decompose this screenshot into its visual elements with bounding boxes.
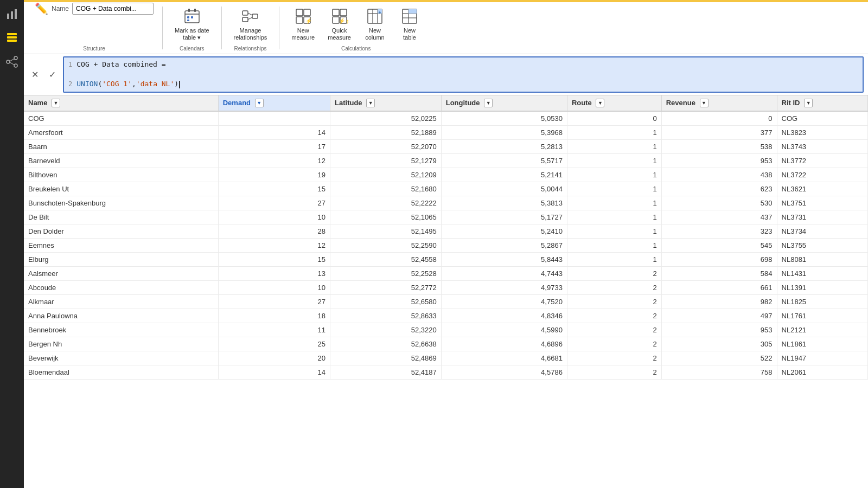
name-input[interactable] — [72, 3, 154, 15]
formula-kw-union: UNION — [76, 80, 98, 88]
svg-rect-5 — [7, 40, 17, 42]
table-row: Abcoude1052,27724,97332661NL1391 — [24, 281, 868, 295]
table-cell-latitude: 52,1889 — [330, 126, 442, 140]
sidebar-icon-model[interactable] — [2, 52, 22, 72]
svg-rect-3 — [7, 33, 17, 35]
table-row: Anna Paulowna1852,86334,83462497NL1761 — [24, 309, 868, 323]
table-cell-latitude: 52,4869 — [330, 351, 442, 365]
quick-measure-button[interactable]: ⚡⚡ Quickmeasure — [322, 4, 356, 44]
svg-line-10 — [10, 62, 14, 65]
svg-line-22 — [248, 17, 252, 20]
table-cell-longitude: 4,8346 — [441, 309, 567, 323]
svg-point-8 — [14, 64, 17, 67]
col-filter-rit-id[interactable]: ▼ — [804, 99, 813, 107]
table-cell-route: 1 — [567, 224, 661, 239]
table-cell-latitude: 52,6638 — [330, 337, 442, 351]
table-cell-revenue: 698 — [661, 253, 777, 267]
table-cell-rit_id: NL3731 — [777, 210, 867, 224]
table-cell-demand: 15 — [218, 182, 330, 196]
table-cell-revenue: 661 — [661, 281, 777, 295]
col-filter-revenue[interactable]: ▼ — [700, 99, 709, 107]
table-cell-demand: 20 — [218, 351, 330, 365]
table-cell-revenue: 497 — [661, 309, 777, 323]
table-cell-name: Den Dolder — [24, 224, 218, 239]
new-column-button[interactable]: + Newcolumn — [359, 4, 391, 44]
table-cell-route: 2 — [567, 267, 661, 281]
table-cell-name: Bunschoten-Spakenburg — [24, 196, 218, 210]
table-cell-demand: 14 — [218, 126, 330, 140]
table-cell-rit_id: NL3734 — [777, 224, 867, 239]
svg-rect-2 — [15, 9, 17, 19]
col-filter-demand[interactable]: ▼ — [255, 99, 264, 107]
svg-rect-25 — [296, 17, 303, 23]
formula-str-cog: 'COG 1' — [102, 80, 132, 88]
new-measure-label: Newmeasure — [291, 27, 315, 41]
table-cell-route: 1 — [567, 140, 661, 154]
table-cell-demand: 15 — [218, 253, 330, 267]
table-cell-rit_id: NL3772 — [777, 154, 867, 168]
col-filter-name[interactable]: ▼ — [52, 99, 60, 107]
svg-rect-0 — [7, 14, 9, 19]
table-cell-latitude: 52,2528 — [330, 267, 442, 281]
formula-cancel-button[interactable]: ✕ — [28, 68, 41, 81]
ribbon: ✏️ Name Structure — [24, 0, 868, 54]
svg-rect-17 — [187, 20, 189, 21]
manage-relationships-button[interactable]: Managerelationships — [228, 4, 273, 44]
table-cell-route: 1 — [567, 253, 661, 267]
table-cell-rit_id: NL1761 — [777, 309, 867, 323]
table-cell-longitude: 4,5990 — [441, 323, 567, 337]
formula-line1-text: COG + Data combined = — [76, 60, 165, 68]
col-header-route: Route ▼ — [567, 95, 661, 112]
table-cell-name: Baarn — [24, 140, 218, 154]
table-cell-latitude: 52,0225 — [330, 111, 442, 126]
sidebar-icon-report[interactable] — [2, 4, 22, 24]
name-icon: ✏️ — [35, 2, 48, 15]
table-row: Elburg1552,45585,84431698NL8081 — [24, 253, 868, 267]
table-cell-longitude: 5,3813 — [441, 196, 567, 210]
col-header-rit-id: Rit ID ▼ — [777, 95, 867, 112]
col-filter-longitude[interactable]: ▼ — [484, 99, 493, 107]
table-cell-longitude: 4,9733 — [441, 281, 567, 295]
table-cell-longitude: 5,0530 — [441, 111, 567, 126]
svg-rect-13 — [188, 9, 190, 12]
new-table-button[interactable]: Newtable — [393, 4, 426, 44]
table-cell-rit_id: NL3743 — [777, 140, 867, 154]
table-row: Breukelen Ut1552,16805,00441623NL3621 — [24, 182, 868, 196]
table-cell-demand: 17 — [218, 140, 330, 154]
table-row: COG52,02255,053000COG — [24, 111, 868, 126]
table-cell-latitude: 52,3220 — [330, 323, 442, 337]
table-cell-rit_id: NL1431 — [777, 267, 867, 281]
table-cell-longitude: 4,6896 — [441, 337, 567, 351]
table-cell-rit_id: NL8081 — [777, 253, 867, 267]
table-cell-route: 2 — [567, 323, 661, 337]
table-cell-route: 1 — [567, 196, 661, 210]
table-cell-latitude: 52,1680 — [330, 182, 442, 196]
table-row: Bilthoven1952,12095,21411438NL3722 — [24, 168, 868, 182]
table-cell-route: 1 — [567, 210, 661, 224]
col-filter-route[interactable]: ▼ — [596, 99, 604, 107]
table-cell-demand: 27 — [218, 196, 330, 210]
table-cell-rit_id: NL1825 — [777, 295, 867, 309]
svg-rect-16 — [191, 16, 193, 18]
table-cell-rit_id: NL3755 — [777, 239, 867, 253]
table-cell-latitude: 52,2070 — [330, 140, 442, 154]
formula-confirm-button[interactable]: ✓ — [46, 68, 59, 81]
col-filter-latitude[interactable]: ▼ — [366, 99, 375, 107]
mark-date-table-button[interactable]: Mark as datetable ▾ — [169, 4, 215, 44]
svg-rect-14 — [194, 9, 196, 12]
formula-bar: ✕ ✓ 1COG + Data combined = 2UNION('COG 1… — [24, 54, 868, 95]
table-cell-rit_id: COG — [777, 111, 867, 126]
table-cell-rit_id: NL3722 — [777, 168, 867, 182]
table-cell-revenue: 305 — [661, 337, 777, 351]
formula-editor[interactable]: 1COG + Data combined = 2UNION('COG 1','d… — [63, 56, 864, 93]
sidebar-icon-data[interactable] — [2, 28, 22, 48]
col-header-name: Name ▼ — [24, 95, 218, 112]
table-cell-route: 2 — [567, 309, 661, 323]
table-cell-demand: 25 — [218, 337, 330, 351]
table-row: Baarn1752,20705,28131538NL3743 — [24, 140, 868, 154]
table-cell-name: COG — [24, 111, 218, 126]
new-measure-button[interactable]: ⚡ Newmeasure — [286, 4, 320, 44]
table-cell-demand: 14 — [218, 365, 330, 380]
new-column-icon: + — [366, 8, 384, 25]
svg-line-21 — [248, 13, 252, 15]
